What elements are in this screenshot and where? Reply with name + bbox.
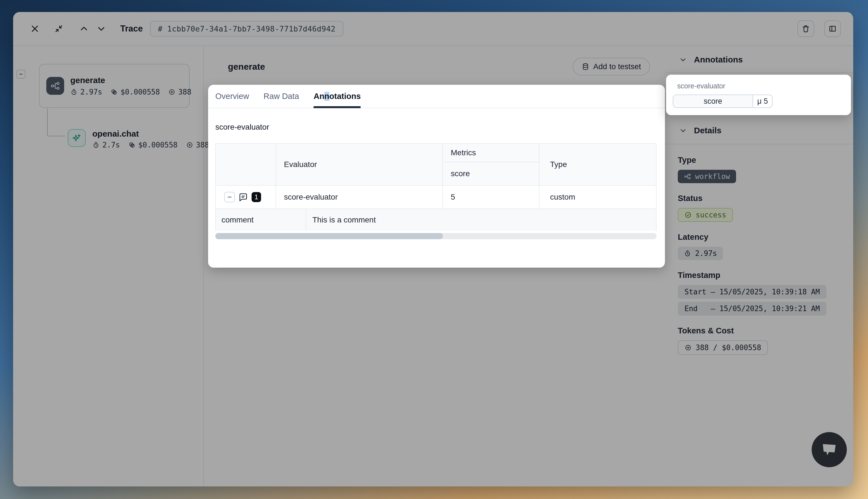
tree-connector <box>47 108 65 136</box>
scrollbar-thumb[interactable] <box>215 233 443 239</box>
trace-id-badge: # 1cbb70e7-34a1-7bb7-3498-771b7d46d942 <box>150 21 343 37</box>
type-column-header: Type <box>540 144 656 185</box>
trace-tree-sidebar: generate 2.97s $0.000558 388 <box>13 47 204 486</box>
type-label: Type <box>678 156 841 165</box>
tokens-cost-label: Tokens & Cost <box>678 326 841 336</box>
collapse-row-button[interactable] <box>224 192 235 203</box>
table-row: 1 score-evaluator 5 custom <box>216 185 656 208</box>
chevron-down-icon <box>679 56 687 63</box>
latency-badge: 2.97s <box>678 247 723 260</box>
span-title: generate <box>228 62 265 72</box>
page-title: Trace <box>120 24 143 34</box>
sparkles-icon <box>68 129 86 147</box>
text-selection-highlight: n <box>324 92 329 101</box>
evaluator-section-title: score-evaluator <box>215 123 657 132</box>
sidebar-layout-icon <box>828 25 837 33</box>
type-cell: custom <box>540 186 656 208</box>
minus-icon <box>19 72 23 77</box>
horizontal-scrollbar[interactable] <box>215 233 656 239</box>
metric-mean-value: μ 5 <box>753 95 772 107</box>
database-icon <box>581 63 589 71</box>
comment-value-cell: This is a comment <box>306 209 656 231</box>
tab-overview[interactable]: Overview <box>215 85 249 108</box>
comment-row: comment This is a comment <box>216 208 656 231</box>
latency-label: Latency <box>678 232 841 242</box>
evaluator-name-label: score-evaluator <box>677 82 851 90</box>
comment-icon[interactable] <box>238 192 248 202</box>
annotations-tab-card: Overview Raw Data Annotations score-eval… <box>208 85 665 268</box>
section-title: Details <box>694 126 721 135</box>
minus-icon <box>227 194 232 200</box>
prev-span-icon[interactable] <box>77 22 91 35</box>
tree-node-openai-chat[interactable]: openai.chat 2.7s $0.000558 388 <box>68 129 209 149</box>
latency-icon <box>92 141 99 149</box>
toggle-panel-button[interactable] <box>824 20 841 37</box>
cost-icon <box>110 88 118 96</box>
add-to-testset-button[interactable]: Add to testset <box>572 58 650 75</box>
score-annotation-card: score-evaluator score μ 5 <box>666 75 851 115</box>
details-section-header[interactable]: Details <box>665 117 853 144</box>
node-title: openai.chat <box>92 129 209 138</box>
cost-icon <box>128 141 135 149</box>
chat-support-widget[interactable] <box>812 432 847 467</box>
type-badge: workflow <box>678 170 736 183</box>
score-cell: 5 <box>443 186 540 208</box>
timestamp-label: Timestamp <box>678 271 841 280</box>
delete-trace-button[interactable] <box>797 20 814 37</box>
tab-annotations[interactable]: Annotations <box>314 85 361 108</box>
check-circle-icon <box>685 211 692 219</box>
metrics-column-header: Metrics score <box>443 144 540 185</box>
chevron-down-icon <box>679 127 687 134</box>
node-stats: 2.97s $0.000558 388 <box>70 88 191 96</box>
node-stats: 2.7s $0.000558 388 <box>92 141 209 149</box>
latency-icon <box>70 88 77 96</box>
tokens-cost-badge: 388 / $0.000558 <box>678 340 768 355</box>
span-tabs: Overview Raw Data Annotations <box>208 85 665 108</box>
controls-column-header <box>216 144 276 185</box>
workflow-icon <box>46 77 64 95</box>
status-label: Status <box>678 194 841 203</box>
score-input-control[interactable]: score μ 5 <box>673 95 773 108</box>
titlebar: Trace # 1cbb70e7-34a1-7bb7-3498-771b7d46… <box>13 12 853 46</box>
tab-raw-data[interactable]: Raw Data <box>264 85 299 108</box>
annotations-table: Evaluator Metrics score Type 1 sc <box>215 143 656 231</box>
workflow-icon <box>684 173 691 180</box>
trash-icon <box>801 25 810 33</box>
next-span-icon[interactable] <box>95 22 108 35</box>
metric-name[interactable]: score <box>673 95 753 107</box>
annotations-section-header[interactable]: Annotations <box>665 47 853 73</box>
chat-bubble-icon <box>821 442 838 458</box>
close-icon[interactable] <box>28 22 41 35</box>
status-badge: success <box>678 208 733 222</box>
tokens-icon <box>685 344 692 351</box>
tokens-icon <box>186 141 193 149</box>
stopwatch-icon <box>684 250 691 257</box>
metric-name-subheader: score <box>443 162 539 185</box>
section-title: Annotations <box>694 55 743 64</box>
timestamp-start-badge: Start – 15/05/2025, 10:39:18 AM <box>678 285 827 299</box>
collapse-node-button[interactable] <box>16 70 25 78</box>
collapse-icon[interactable] <box>52 22 65 35</box>
timestamp-end-badge: End – 15/05/2025, 10:39:21 AM <box>678 302 827 316</box>
node-title: generate <box>70 75 191 85</box>
tree-node-generate[interactable]: generate 2.97s $0.000558 388 <box>39 64 190 108</box>
evaluator-column-header: Evaluator <box>276 144 443 185</box>
tokens-icon <box>168 88 176 96</box>
comment-count-badge[interactable]: 1 <box>252 192 261 202</box>
comment-key-cell: comment <box>216 209 306 231</box>
evaluator-cell: score-evaluator <box>276 186 443 208</box>
table-header: Evaluator Metrics score Type <box>216 144 656 185</box>
